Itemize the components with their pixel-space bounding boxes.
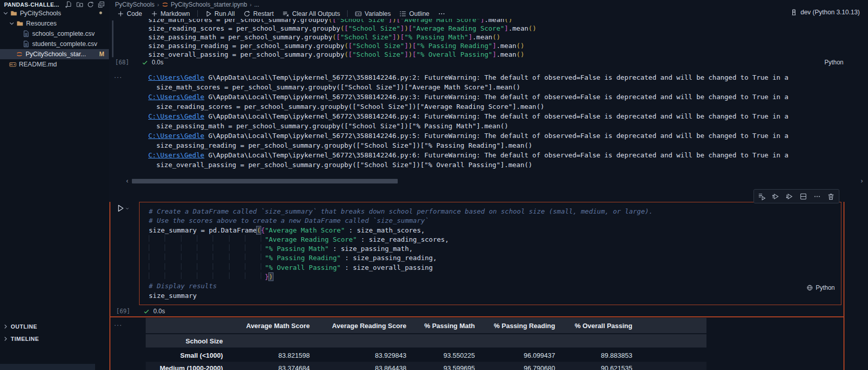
output-text: G\AppData\Local\Temp\ipykernel_56772\358… (204, 132, 789, 140)
scroll-right-icon[interactable]: › (859, 178, 865, 183)
toolbar-button-code[interactable]: Code (113, 9, 146, 18)
toolbar-button-run-all[interactable]: Run All (201, 9, 239, 18)
jupyter-icon (16, 51, 23, 58)
code-line: "% Passing Math" : size_passing_math, (149, 244, 653, 253)
delete-cell-button[interactable] (824, 190, 838, 202)
toolbar-button-label: Variables (364, 10, 391, 17)
toolbar-button-outline[interactable]: Outline (395, 9, 433, 18)
outline-panel-header[interactable]: OUTLINE (0, 321, 111, 332)
tree-item-resources[interactable]: Resources (0, 18, 109, 29)
timeline-panel-header[interactable]: TIMELINE (0, 333, 111, 344)
cell-language-picker[interactable]: Python (806, 284, 835, 291)
modified-dot-icon (97, 9, 104, 16)
code-token: .mean (508, 25, 528, 32)
more-actions-button[interactable] (810, 190, 824, 202)
code-token: ( (257, 226, 261, 234)
toolbar-button-label: Outline (409, 10, 429, 17)
cell-editor[interactable]: # Create a DataFrame called `size_summar… (139, 202, 841, 305)
cell-value: 83.929843 (317, 350, 414, 361)
toolbar-button-restart[interactable]: Restart (239, 9, 278, 18)
refresh-icon[interactable] (87, 1, 94, 8)
kernel-picker[interactable]: dev (Python 3.10.13) (790, 9, 860, 16)
chevron-right-icon (2, 335, 9, 342)
breadcrumb-separator: › (249, 2, 252, 8)
code-token: { (261, 226, 265, 234)
run-cell-button[interactable] (116, 204, 130, 213)
toolbar-button-more[interactable] (434, 9, 449, 18)
globe-icon (806, 284, 813, 291)
code-token: .mean (472, 33, 492, 41)
toolbar-button-clear-all-outputs[interactable]: Clear All Outputs (278, 9, 344, 18)
code-token: "% Passing Math" (265, 245, 329, 252)
code-token: [ (336, 33, 340, 41)
cell-language: Python (816, 284, 835, 291)
tree-item-schools-complete-csv[interactable]: schools_complete.csv (0, 29, 109, 39)
cell-value: 89.883853 (562, 350, 639, 361)
tree-item-label: PyCitySchools_star... (26, 51, 86, 58)
code-token: .mean (496, 42, 516, 50)
markdown-icon (9, 61, 16, 68)
vscode-window: PANDAS-CHALLE... PyCitySchoolsResourcess… (0, 0, 868, 370)
code-token: ( (328, 19, 332, 24)
table-cell (639, 318, 706, 333)
breadcrumb-item-pycityschools-starter-ipynb[interactable]: PyCitySchools_starter.ipynb (162, 1, 247, 8)
check-icon (143, 308, 150, 315)
toolbar-button-variables[interactable]: (x)Variables (351, 9, 395, 18)
code-token: ) (269, 273, 273, 281)
indent-guide (149, 272, 265, 279)
check-icon (142, 59, 148, 66)
cell-status-bar: [69] 0.0s (110, 306, 843, 316)
indent-guide (149, 235, 265, 242)
file-path-link[interactable]: C:\Users\Gedle (148, 74, 204, 81)
output-text: G\AppData\Local\Temp\ipykernel_56772\358… (204, 151, 789, 159)
code-token: ] (492, 42, 496, 50)
tree-item-label: Resources (26, 20, 57, 27)
code-token: "% Passing Reading" (265, 254, 341, 262)
collapse-all-icon[interactable] (98, 1, 105, 8)
scroll-left-icon[interactable]: ‹ (124, 178, 130, 183)
cell-language-picker[interactable]: Python (825, 59, 843, 66)
code-token: "Average Math Score" (400, 19, 481, 24)
tree-item-readme-md[interactable]: README.md (0, 59, 109, 70)
table-cell (482, 334, 562, 348)
output-line: size_passing_math = per_school_summary.g… (148, 121, 868, 131)
execute-below-icon (786, 193, 793, 200)
execution-count: [69] (116, 308, 130, 315)
code-line: "% Passing Reading" : size_passing_readi… (149, 253, 653, 263)
output-collapse-button[interactable]: ··· (114, 321, 122, 329)
split-cell-button[interactable] (796, 190, 810, 202)
code-token: ( (340, 25, 345, 32)
tree-item-pycityschools-star[interactable]: PyCitySchools_star...M (0, 49, 109, 59)
file-path-link[interactable]: C:\Users\Gedle (148, 151, 204, 159)
code-line: }) (149, 272, 653, 282)
column-header: Average Math Score (230, 318, 317, 333)
breadcrumb-item-pycityschools[interactable]: PyCitySchools (115, 1, 154, 8)
code-token: "Average Reading Score" (265, 236, 357, 243)
new-file-icon[interactable] (65, 1, 73, 8)
output-text: size_passing_reading = per_school_summar… (148, 142, 532, 149)
tree-item-pycityschools[interactable]: PyCitySchools (0, 8, 109, 18)
toolbar-button-label: Restart (253, 10, 273, 17)
tree-item-students-complete-csv[interactable]: students_complete.csv (0, 39, 109, 49)
execute-above-button[interactable] (755, 190, 769, 202)
code-cell[interactable]: size_math_scores = per_school_summary.gr… (148, 19, 853, 58)
breadcrumb-item-more[interactable]: ... (254, 1, 259, 8)
execute-below-button[interactable] (783, 190, 796, 202)
clear-outputs-icon (282, 10, 289, 17)
output-text: size_reading_scores = per_school_summary… (148, 103, 544, 110)
toolbar-button-markdown[interactable]: Markdown (147, 9, 194, 18)
new-folder-icon[interactable] (76, 1, 83, 8)
file-path-link[interactable]: C:\Users\Gedle (148, 112, 204, 120)
code-line: size_reading_scores = per_school_summary… (148, 24, 853, 33)
scrollbar-thumb[interactable] (132, 179, 398, 183)
code-cell[interactable]: # Create a DataFrame called `size_summar… (140, 202, 653, 300)
file-path-link[interactable]: C:\Users\Gedle (148, 132, 204, 140)
horizontal-scrollbar[interactable]: ‹ › (124, 178, 865, 184)
table-cell (639, 350, 706, 361)
file-tree: PyCitySchoolsResourcesschools_complete.c… (0, 8, 109, 70)
output-collapse-button[interactable]: ··· (114, 73, 122, 81)
code-token: ( (516, 42, 520, 50)
file-path-link[interactable]: C:\Users\Gedle (148, 93, 204, 101)
more-actions-icon (813, 193, 821, 200)
execute-cell-button[interactable] (769, 190, 783, 202)
